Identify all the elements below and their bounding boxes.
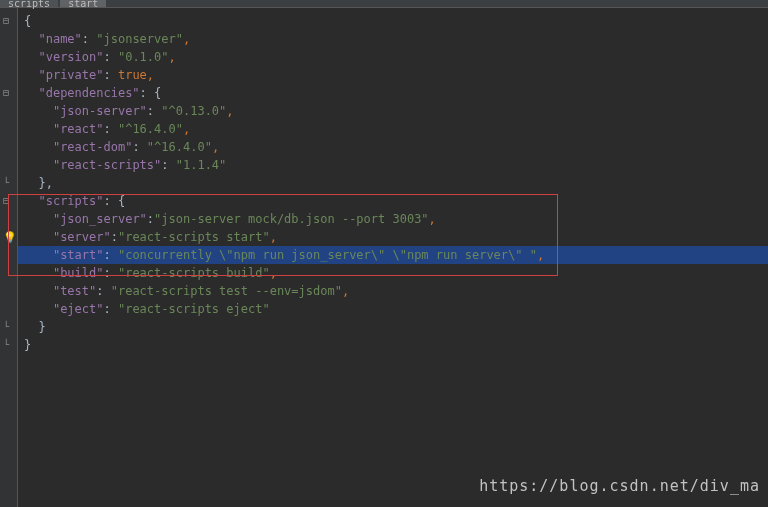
code-line: "private": true, bbox=[18, 66, 768, 84]
code-line: "server":"react-scripts start", bbox=[18, 228, 768, 246]
code-line: "json_server":"json-server mock/db.json … bbox=[18, 210, 768, 228]
gutter: ⊟ ⊟ └ ⊟ 💡 └ └ bbox=[0, 8, 18, 507]
tab-start[interactable]: start bbox=[60, 0, 106, 7]
code-line: "test": "react-scripts test --env=jsdom"… bbox=[18, 282, 768, 300]
code-line: "build": "react-scripts build", bbox=[18, 264, 768, 282]
fold-icon[interactable]: └ bbox=[3, 339, 9, 350]
code-line: } bbox=[18, 336, 768, 354]
code-line: "json-server": "^0.13.0", bbox=[18, 102, 768, 120]
code-line: } bbox=[18, 318, 768, 336]
tab-bar: scripts start bbox=[0, 0, 768, 8]
code-line: "react-scripts": "1.1.4" bbox=[18, 156, 768, 174]
code-line: "version": "0.1.0", bbox=[18, 48, 768, 66]
fold-icon[interactable]: ⊟ bbox=[3, 15, 9, 26]
code-line: }, bbox=[18, 174, 768, 192]
code-line: "dependencies": { bbox=[18, 84, 768, 102]
fold-icon[interactable]: ⊟ bbox=[3, 87, 9, 98]
code-line: "name": "jsonserver", bbox=[18, 30, 768, 48]
code-line: "eject": "react-scripts eject" bbox=[18, 300, 768, 318]
code-line: "react-dom": "^16.4.0", bbox=[18, 138, 768, 156]
tab-scripts[interactable]: scripts bbox=[0, 0, 58, 7]
fold-icon[interactable]: └ bbox=[3, 321, 9, 332]
code-area[interactable]: { "name": "jsonserver", "version": "0.1.… bbox=[18, 8, 768, 507]
fold-icon[interactable]: ⊟ bbox=[3, 195, 9, 206]
watermark: https://blog.csdn.net/div_ma bbox=[479, 477, 760, 495]
code-line: { bbox=[18, 12, 768, 30]
code-line-selected: "start": "concurrently \"npm run json_se… bbox=[18, 246, 768, 264]
editor: ⊟ ⊟ └ ⊟ 💡 └ └ { "name": "jsonserver", "v… bbox=[0, 8, 768, 507]
code-line: "react": "^16.4.0", bbox=[18, 120, 768, 138]
fold-icon[interactable]: └ bbox=[3, 177, 9, 188]
code-line: "scripts": { bbox=[18, 192, 768, 210]
bulb-icon[interactable]: 💡 bbox=[3, 231, 17, 244]
